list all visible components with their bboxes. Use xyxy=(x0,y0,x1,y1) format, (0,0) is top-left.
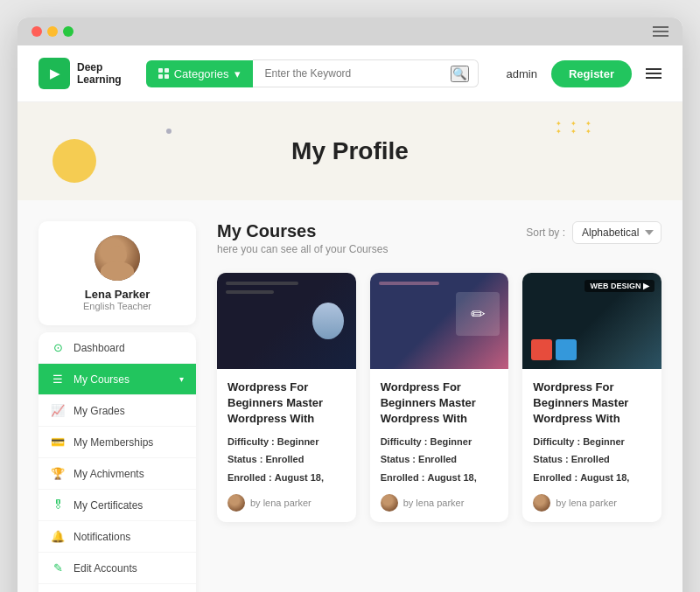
hamburger-icon[interactable] xyxy=(646,68,662,79)
course-difficulty: Difficulty : Beginner xyxy=(533,435,651,450)
profile-name: Lena Parker xyxy=(52,288,182,301)
course-status: Status : Enrolled xyxy=(228,452,346,468)
memberships-icon: 💳 xyxy=(51,435,65,449)
chevron-down-icon: ▾ xyxy=(234,67,241,80)
course-body: Wordpress For Beginners Master Wordpress… xyxy=(217,369,356,522)
sidebar-item-label: My Courses xyxy=(74,373,130,386)
search-input-wrap: 🔍 xyxy=(253,59,479,87)
categories-label: Categories xyxy=(174,67,229,80)
search-button[interactable]: 🔍 xyxy=(451,66,469,82)
deco-dot xyxy=(166,129,172,134)
author-name: by lena parker xyxy=(250,498,312,508)
courses-subtitle: here you can see all of your Courses xyxy=(217,243,388,255)
sidebar-item-label: My Memberships xyxy=(74,436,153,449)
browser-dots xyxy=(32,26,74,37)
profile-role: English Teacher xyxy=(52,301,182,311)
browser-dot-minimize[interactable] xyxy=(47,26,58,37)
deco-stars: ✦ ✦ ✦✦ ✦ ✦ xyxy=(556,120,595,136)
search-area: Categories ▾ 🔍 xyxy=(146,59,479,87)
sidebar-item-my-courses[interactable]: ☰ My Courses ▾ xyxy=(38,364,196,395)
course-difficulty: Difficulty : Beginner xyxy=(228,435,346,450)
course-card[interactable]: ✏ Wordpress For Beginners Master Wordpre… xyxy=(370,273,509,522)
browser-dot-close[interactable] xyxy=(32,26,42,37)
grades-icon: 📈 xyxy=(51,404,65,417)
browser-chrome xyxy=(18,17,682,45)
sort-label: Sort by : xyxy=(526,226,565,239)
course-body: Wordpress For Beginners Master Wordpress… xyxy=(370,369,509,522)
hero-banner: ✦ ✦ ✦✦ ✦ ✦ My Profile xyxy=(18,102,682,200)
sidebar-item-label: My Achivments xyxy=(74,468,144,480)
profile-card: Lena Parker English Teacher xyxy=(38,221,196,325)
course-author: by lena parker xyxy=(381,494,499,512)
logo-text: Deep Learning xyxy=(77,61,122,87)
browser-dot-maximize[interactable] xyxy=(63,26,74,37)
sidebar-item-voucher[interactable]: 🎫 Reedem a Voucher xyxy=(38,584,196,592)
hero-title: My Profile xyxy=(38,137,662,165)
courses-grid: Wordpress For Beginners Master Wordpress… xyxy=(217,273,662,522)
admin-label: admin xyxy=(507,67,537,80)
main-content: Lena Parker English Teacher ⊙ Dashboard … xyxy=(18,200,682,592)
logo-icon xyxy=(38,58,70,89)
logo[interactable]: Deep Learning xyxy=(38,58,122,89)
courses-title-area: My Courses here you can see all of your … xyxy=(217,221,388,255)
course-status: Status : Enrolled xyxy=(381,452,499,468)
notifications-icon: 🔔 xyxy=(51,530,65,543)
course-title: Wordpress For Beginners Master Wordpress… xyxy=(533,380,651,428)
certificates-icon: 🎖 xyxy=(51,498,65,512)
courses-icon: ☰ xyxy=(51,373,65,386)
courses-header: My Courses here you can see all of your … xyxy=(217,221,662,255)
achievements-icon: 🏆 xyxy=(51,467,65,480)
avatar xyxy=(94,235,140,281)
course-enrolled: Enrolled : August 18, xyxy=(533,470,651,486)
sidebar-item-memberships[interactable]: 💳 My Memberships xyxy=(38,427,196,458)
course-thumbnail: WEB DESIGN ▶ xyxy=(522,273,662,369)
search-input[interactable] xyxy=(262,60,451,87)
dashboard-icon: ⊙ xyxy=(51,341,65,354)
author-avatar xyxy=(381,494,398,512)
thumb-label: WEB DESIGN ▶ xyxy=(584,280,654,292)
course-thumbnail: ✏ xyxy=(370,273,509,369)
author-avatar xyxy=(533,494,550,512)
sidebar-item-grades[interactable]: 📈 My Grades xyxy=(38,395,196,427)
courses-title: My Courses xyxy=(217,221,388,241)
grid-icon xyxy=(158,68,169,79)
author-avatar xyxy=(228,494,245,512)
chevron-icon: ▾ xyxy=(179,374,184,384)
nav-right: admin Register xyxy=(507,60,662,87)
sidebar-item-dashboard[interactable]: ⊙ Dashboard xyxy=(38,332,196,364)
course-body: Wordpress For Beginners Master Wordpress… xyxy=(522,369,662,522)
author-name: by lena parker xyxy=(403,498,465,508)
navbar: Deep Learning Categories ▾ 🔍 admin Regis… xyxy=(18,45,682,102)
categories-button[interactable]: Categories ▾ xyxy=(146,60,253,87)
sidebar-item-label: Edit Accounts xyxy=(74,562,137,575)
author-name: by lena parker xyxy=(556,498,617,508)
course-thumbnail xyxy=(217,273,356,369)
sidebar-item-label: My Certificates xyxy=(74,499,143,512)
sidebar-item-label: Dashboard xyxy=(74,342,125,354)
sidebar-item-label: Notifications xyxy=(74,531,130,543)
browser-menu-icon[interactable] xyxy=(653,26,668,37)
sidebar-item-label: My Grades xyxy=(74,405,125,417)
course-title: Wordpress For Beginners Master Wordpress… xyxy=(228,380,346,428)
deco-circle-yellow xyxy=(52,139,96,183)
course-enrolled: Enrolled : August 18, xyxy=(228,470,346,486)
avatar-image xyxy=(94,235,140,281)
sort-select[interactable]: Alphabetical Newest Popular xyxy=(572,221,662,244)
sort-area: Sort by : Alphabetical Newest Popular xyxy=(526,221,662,244)
sidebar-item-notifications[interactable]: 🔔 Notifications xyxy=(38,521,196,553)
course-title: Wordpress For Beginners Master Wordpress… xyxy=(381,380,499,428)
register-button[interactable]: Register xyxy=(551,60,632,87)
course-card[interactable]: Wordpress For Beginners Master Wordpress… xyxy=(217,273,356,522)
sidebar-item-achievements[interactable]: 🏆 My Achivments xyxy=(38,458,196,490)
sidebar-nav: ⊙ Dashboard ☰ My Courses ▾ 📈 My Grades 💳… xyxy=(38,332,196,592)
course-enrolled: Enrolled : August 18, xyxy=(381,470,499,486)
sidebar-item-certificates[interactable]: 🎖 My Certificates xyxy=(38,490,196,521)
course-status: Status : Enrolled xyxy=(533,452,651,468)
sidebar: Lena Parker English Teacher ⊙ Dashboard … xyxy=(38,221,196,592)
course-author: by lena parker xyxy=(533,494,651,512)
course-difficulty: Difficulty : Beginner xyxy=(381,435,499,450)
courses-area: My Courses here you can see all of your … xyxy=(217,221,662,592)
browser-window: Deep Learning Categories ▾ 🔍 admin Regis… xyxy=(18,17,682,592)
course-card[interactable]: WEB DESIGN ▶ Wordpress For Beginners Mas… xyxy=(522,273,662,522)
sidebar-item-edit-accounts[interactable]: ✎ Edit Accounts xyxy=(38,553,196,584)
